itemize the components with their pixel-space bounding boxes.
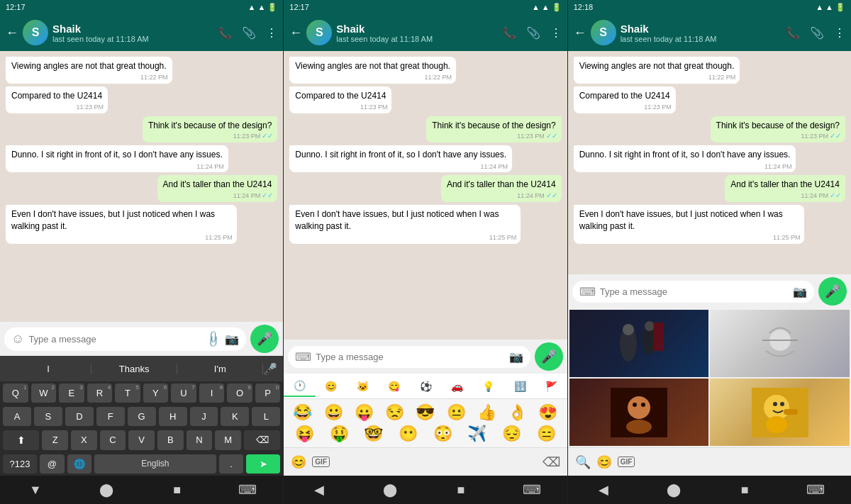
nav-keyboard-1[interactable]: ⌨ [233,478,262,501]
key-l[interactable]: L [252,407,280,426]
emoji-tab-cat[interactable]: 🐱 [347,376,378,396]
nav-keyboard-2[interactable]: ⌨ [518,478,546,501]
emoji-ok[interactable]: 👌 [505,403,530,422]
more-icon-1[interactable]: ⋮ [266,26,277,40]
emoji-tab-flag[interactable]: 🚩 [535,376,567,396]
nav-home-2[interactable]: ⬤ [376,478,404,501]
key-c[interactable]: C [100,430,126,450]
suggestion-thanks[interactable]: Thanks [91,364,177,374]
mic-btn-1[interactable]: 🎤 [250,325,279,353]
key-p[interactable]: P0 [255,383,281,403]
key-u[interactable]: U7 [171,383,196,403]
key-123[interactable]: ?123 [3,454,37,474]
gif-item-4[interactable] [710,379,850,446]
emoji-nerd[interactable]: 🤓 [361,425,386,443]
emoji-tab-clock[interactable]: 🕐 [284,376,315,397]
emoji-btn-1[interactable]: ☺ [11,332,24,347]
nav-square-2[interactable]: ■ [447,478,475,501]
emoji-no-mouth[interactable]: 😶 [396,425,421,443]
key-z[interactable]: Z [42,430,68,450]
emoji-tab-car[interactable]: 🚗 [441,376,472,396]
key-s[interactable]: S [34,407,62,426]
suggestion-im[interactable]: I'm [177,364,263,374]
gif-item-1[interactable] [569,310,709,377]
mic-suggestion-icon[interactable]: 🎤 [263,362,277,376]
gif-item-2[interactable] [710,310,850,377]
key-i[interactable]: I8 [199,383,225,403]
gif-emoji-icon[interactable]: 😊 [596,454,612,470]
emoji-unamused[interactable]: 😒 [382,403,408,422]
nav-keyboard-3[interactable]: ⌨ [801,478,830,501]
message-input-3[interactable] [600,286,789,297]
camera-btn-3[interactable]: 📷 [793,285,807,298]
key-g[interactable]: G [128,407,156,426]
nav-back-1[interactable]: ▼ [21,478,50,501]
emoji-tab-soccer[interactable]: ⚽ [410,376,441,396]
key-space[interactable]: English [94,454,216,474]
avatar-2[interactable]: S [306,20,332,45]
emoji-heart-eyes[interactable]: 😍 [535,403,561,422]
attachment-btn-1[interactable]: 📎 [204,329,224,349]
emoji-tongue[interactable]: 😛 [351,403,377,422]
phone-icon-3[interactable]: 📞 [786,26,800,40]
keyboard-btn-3[interactable]: ⌨ [579,285,596,298]
avatar-1[interactable]: S [23,20,48,45]
key-f[interactable]: F [96,407,125,426]
key-n[interactable]: N [187,430,213,450]
gif-badge-2[interactable]: GIF [312,457,330,467]
emoji-plane[interactable]: ✈️ [465,425,490,443]
nav-home-3[interactable]: ⬤ [660,478,688,501]
emoji-pensive[interactable]: 😔 [499,425,525,443]
emoji-joy[interactable]: 😂 [290,403,316,422]
camera-btn-1[interactable]: 📷 [225,332,239,346]
key-shift[interactable]: ⬆ [3,430,39,450]
gif-search-icon[interactable]: 🔍 [575,454,591,470]
nav-back-2[interactable]: ◀ [305,478,333,501]
key-send[interactable]: ➤ [246,454,280,474]
phone-icon-1[interactable]: 📞 [218,26,232,40]
emoji-grin[interactable]: 😀 [321,403,346,422]
back-button-3[interactable]: ← [574,26,586,40]
key-q[interactable]: Q1 [3,383,28,403]
attach-icon-3[interactable]: 📎 [810,26,824,40]
key-h[interactable]: H [159,407,187,426]
key-e[interactable]: E3 [59,383,84,403]
back-button-2[interactable]: ← [289,26,302,40]
emoji-tab-yum[interactable]: 😋 [378,376,409,396]
emoji-thumbsup[interactable]: 👍 [474,403,499,422]
key-r[interactable]: R4 [87,383,113,403]
camera-btn-2[interactable]: 📷 [509,350,523,364]
key-k[interactable]: K [221,407,249,426]
key-j[interactable]: J [190,407,218,426]
key-backspace[interactable]: ⌫ [244,430,280,450]
key-a[interactable]: A [3,407,31,426]
key-y[interactable]: Y6 [143,383,169,403]
emoji-tab-bulb[interactable]: 💡 [473,376,504,396]
mic-btn-2[interactable]: 🎤 [535,342,563,371]
suggestion-i[interactable]: I [6,364,91,374]
phone-icon-2[interactable]: 📞 [502,26,516,40]
emoji-neutral[interactable]: 😐 [443,403,469,422]
emoji-delete-2[interactable]: ⌫ [543,454,560,470]
key-comma[interactable]: @ [40,454,64,474]
key-b[interactable]: B [157,430,184,450]
key-period[interactable]: . [219,454,243,474]
message-input-1[interactable] [28,334,202,345]
keyboard-btn-2[interactable]: ⌨ [295,350,311,364]
key-x[interactable]: X [71,430,97,450]
nav-square-1[interactable]: ■ [163,478,191,501]
key-globe[interactable]: 🌐 [67,454,91,474]
more-icon-3[interactable]: ⋮ [834,26,845,40]
mic-btn-3[interactable]: 🎤 [818,277,847,306]
attach-icon-2[interactable]: 📎 [526,26,540,40]
emoji-cool[interactable]: 😎 [413,403,438,422]
avatar-3[interactable]: S [591,20,616,45]
attach-icon-1[interactable]: 📎 [242,26,256,40]
more-icon-2[interactable]: ⋮ [550,26,562,40]
gif-badge-3[interactable]: GIF [618,457,635,467]
gif-item-3[interactable] [569,379,709,446]
emoji-expressionless[interactable]: 😑 [533,425,559,443]
emoji-bottom-smile[interactable]: 😊 [291,454,306,470]
nav-home-1[interactable]: ⬤ [92,478,121,501]
key-v[interactable]: V [128,430,155,450]
